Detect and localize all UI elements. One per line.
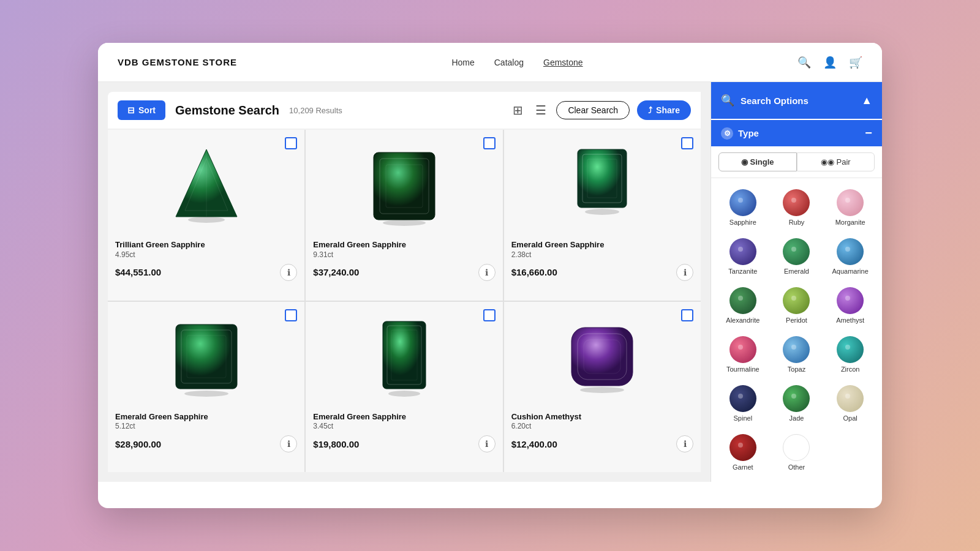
gem-shape-emerald-2	[364, 143, 444, 229]
gem-type-label-jade: Jade	[790, 414, 804, 422]
type-header: ⚙ Type −	[711, 120, 882, 146]
gem-circle-amethyst	[837, 287, 864, 314]
card-price-row-4: $28,900.00 ℹ	[115, 435, 297, 452]
gem-type-label-tanzanite: Tanzanite	[728, 268, 757, 275]
user-icon[interactable]: 👤	[823, 56, 837, 69]
product-card-2: Emerald Green Sapphire 9.31ct $37,240.00…	[306, 130, 502, 301]
type-collapse-button[interactable]: −	[865, 126, 872, 140]
gem-type-label-morganite: Morganite	[835, 219, 865, 226]
gem-type-item-aquamarine[interactable]: Aquamarine	[823, 232, 877, 281]
card-checkbox-4[interactable]	[285, 309, 297, 321]
type-gear-icon: ⚙	[721, 127, 733, 140]
product-card-6: Cushion Amethyst 6.20ct $12,400.00 ℹ	[504, 302, 701, 473]
card-checkbox-3[interactable]	[681, 137, 693, 149]
gem-circle-morganite	[837, 189, 864, 216]
card-price-row-3: $16,660.00 ℹ	[511, 264, 693, 281]
card-checkbox-6[interactable]	[681, 309, 693, 321]
nav-catalog[interactable]: Catalog	[494, 58, 524, 67]
gem-circle-aquamarine	[837, 238, 864, 265]
gem-type-item-tourmaline[interactable]: Tourmaline	[716, 330, 770, 379]
gem-circle-garnet	[729, 434, 756, 461]
pair-label: Pair	[837, 157, 851, 167]
pair-toggle-button[interactable]: ◉◉ Pair	[797, 152, 875, 171]
toolbar: ⊟ Sort Gemstone Search 10,209 Results ⊞ …	[108, 92, 701, 129]
svg-point-35	[845, 345, 850, 350]
gem-type-item-tanzanite[interactable]: Tanzanite	[716, 232, 770, 281]
card-checkbox-1[interactable]	[285, 137, 297, 149]
clear-search-button[interactable]: Clear Search	[556, 101, 630, 119]
search-icon[interactable]: 🔍	[797, 56, 811, 69]
card-price-row-6: $12,400.00 ℹ	[511, 435, 693, 452]
gem-type-item-other[interactable]: Other	[770, 428, 824, 477]
gem-type-label-amethyst: Amethyst	[836, 317, 864, 324]
gem-type-label-sapphire: Sapphire	[729, 219, 756, 226]
svg-point-26	[845, 198, 850, 203]
gem-type-label-topaz: Topaz	[788, 365, 805, 373]
product-grid: Trilliant Green Sapphire 4.95ct $44,551.…	[108, 130, 701, 472]
nav-home[interactable]: Home	[451, 58, 474, 67]
gem-type-item-amethyst[interactable]: Amethyst	[823, 281, 877, 330]
gem-type-item-alexandrite[interactable]: Alexandrite	[716, 281, 770, 330]
card-checkbox-2[interactable]	[483, 137, 496, 149]
gem-type-label-garnet: Garnet	[733, 463, 753, 471]
nav-links: Home Catalog Gemstone	[451, 58, 582, 67]
card-info-button-2[interactable]: ℹ	[478, 264, 496, 281]
card-price-row-2: $37,240.00 ℹ	[313, 264, 495, 281]
gem-circle-sapphire	[729, 189, 756, 216]
gem-circle-ruby	[783, 189, 810, 216]
cart-icon[interactable]: 🛒	[849, 56, 862, 69]
svg-point-30	[738, 296, 743, 301]
single-toggle-button[interactable]: ◉ Single	[718, 152, 797, 171]
gem-type-item-topaz[interactable]: Topaz	[770, 330, 824, 379]
gem-type-label-peridot: Peridot	[786, 317, 807, 324]
card-price-2: $37,240.00	[313, 267, 359, 277]
svg-point-29	[845, 247, 850, 252]
gem-type-label-emerald: Emerald	[784, 268, 809, 275]
card-name-3: Emerald Green Sapphire	[511, 240, 693, 250]
card-price-6: $12,400.00	[511, 439, 557, 449]
card-info-button-4[interactable]: ℹ	[280, 435, 297, 452]
gem-type-item-zircon[interactable]: Zircon	[823, 330, 877, 379]
card-image-5	[313, 309, 495, 407]
card-price-3: $16,660.00	[511, 267, 557, 277]
search-options-collapse[interactable]: ▲	[861, 94, 872, 107]
single-label: Single	[750, 157, 774, 167]
grid-view-button[interactable]: ⊞	[510, 100, 526, 120]
svg-point-37	[791, 394, 796, 399]
share-button[interactable]: ⤴ Share	[637, 100, 691, 120]
list-view-button[interactable]: ☰	[533, 100, 549, 120]
nav-gemstone[interactable]: Gemstone	[543, 58, 583, 67]
gem-circle-spinel	[729, 385, 756, 412]
gem-type-item-emerald[interactable]: Emerald	[770, 232, 824, 281]
gem-type-label-aquamarine: Aquamarine	[832, 268, 868, 275]
gem-type-item-spinel[interactable]: Spinel	[716, 379, 770, 428]
product-card-3: Emerald Green Sapphire 2.38ct $16,660.00…	[504, 130, 701, 301]
card-price-1: $44,551.00	[115, 267, 161, 277]
svg-point-23	[580, 387, 624, 393]
card-checkbox-5[interactable]	[483, 309, 496, 321]
gem-type-label-opal: Opal	[843, 414, 858, 422]
sort-button[interactable]: ⊟ Sort	[118, 100, 165, 120]
card-info-button-5[interactable]: ℹ	[478, 435, 496, 452]
gem-circle-tourmaline	[729, 336, 756, 363]
gem-type-item-garnet[interactable]: Garnet	[716, 428, 770, 477]
svg-rect-16	[383, 321, 426, 389]
card-image-3	[511, 137, 693, 235]
nav-icons: 🔍 👤 🛒	[797, 56, 862, 69]
gem-shape-emerald-3	[565, 143, 639, 229]
svg-rect-8	[578, 149, 627, 208]
gem-type-label-ruby: Ruby	[789, 219, 805, 226]
card-info-button-6[interactable]: ℹ	[676, 435, 693, 452]
card-info-button-3[interactable]: ℹ	[676, 264, 693, 281]
gem-type-item-jade[interactable]: Jade	[770, 379, 824, 428]
gem-type-item-morganite[interactable]: Morganite	[823, 183, 877, 232]
card-info-button-1[interactable]: ℹ	[280, 264, 297, 281]
gem-shape-trilliant	[170, 143, 243, 229]
gem-type-item-peridot[interactable]: Peridot	[770, 281, 824, 330]
gem-type-label-other: Other	[788, 463, 805, 471]
gem-type-item-ruby[interactable]: Ruby	[770, 183, 824, 232]
gem-type-item-sapphire[interactable]: Sapphire	[716, 183, 770, 232]
search-options-icon: 🔍	[721, 94, 734, 107]
gem-type-item-opal[interactable]: Opal	[823, 379, 877, 428]
product-card-4: Emerald Green Sapphire 5.12ct $28,900.00…	[108, 302, 304, 473]
